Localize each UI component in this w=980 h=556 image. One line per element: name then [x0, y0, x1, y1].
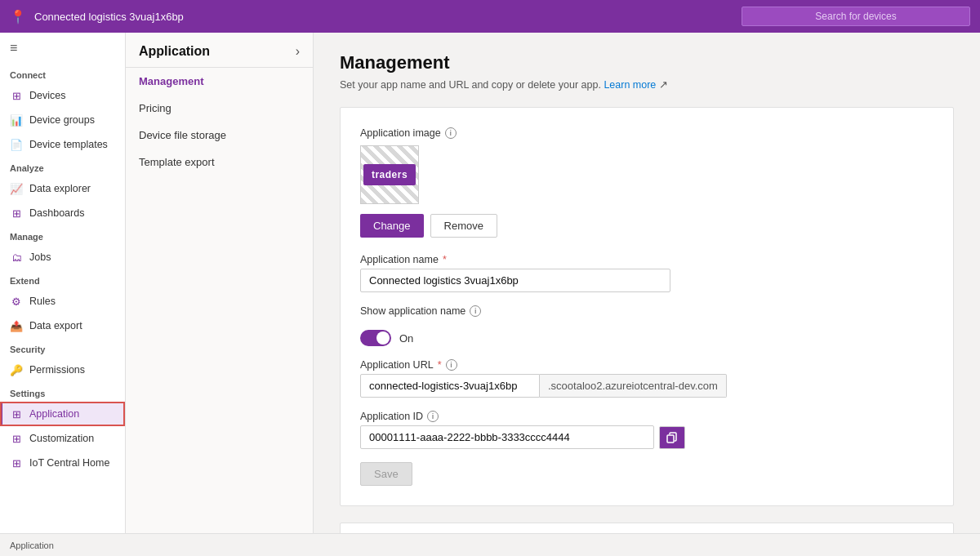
devices-icon: ⊞: [10, 89, 23, 102]
sidebar-section-extend: Extend: [0, 269, 125, 289]
copy-app-id-button[interactable]: [659, 426, 685, 449]
sidebar-item-label: Permissions: [29, 364, 85, 376]
app-name-group: Application name *: [360, 254, 933, 292]
appid-row: [360, 425, 850, 449]
bottom-bar-label: Application: [10, 540, 54, 550]
jobs-icon: 🗂: [10, 251, 23, 264]
sidebar-item-label: Jobs: [29, 251, 51, 263]
sidebar-item-label: IoT Central Home: [29, 457, 109, 469]
main-layout: ≡ Connect ⊞ Devices 📊 Device groups 📄 De…: [0, 33, 980, 533]
app-id-label: Application ID i: [360, 411, 933, 422]
sidebar-item-label: Application: [29, 408, 79, 420]
sidebar-item-jobs[interactable]: 🗂 Jobs: [0, 245, 125, 269]
app-image-info-icon: i: [445, 127, 457, 139]
sidebar-item-device-groups[interactable]: 📊 Device groups: [0, 108, 125, 132]
customization-icon: ⊞: [10, 432, 23, 445]
app-image-group: Application image i traders Change Remov…: [360, 127, 933, 238]
mid-panel-title: Application: [139, 44, 210, 59]
app-url-info-icon: i: [446, 359, 457, 371]
mid-panel-item-device-file-storage[interactable]: Device file storage: [126, 122, 313, 149]
url-suffix: .scootaloo2.azureiotcentral-dev.com: [540, 374, 727, 398]
toggle-row: On: [360, 330, 933, 346]
save-button[interactable]: Save: [360, 462, 412, 486]
sidebar: ≡ Connect ⊞ Devices 📊 Device groups 📄 De…: [0, 33, 126, 533]
sidebar-section-connect: Connect: [0, 64, 125, 83]
sidebar-item-label: Device templates: [29, 139, 108, 150]
app-id-group: Application ID i: [360, 411, 933, 449]
sidebar-item-device-templates[interactable]: 📄 Device templates: [0, 132, 125, 157]
sidebar-item-dashboards[interactable]: ⊞ Dashboards: [0, 201, 125, 225]
device-templates-icon: 📄: [10, 138, 23, 151]
mid-panel-close-button[interactable]: ›: [296, 44, 300, 59]
show-app-name-group: Show application name i: [360, 305, 933, 317]
mid-panel: Application › Management Pricing Device …: [126, 33, 314, 533]
app-url-input[interactable]: [360, 374, 540, 398]
sidebar-item-label: Devices: [29, 90, 65, 101]
mid-panel-header: Application ›: [126, 33, 313, 68]
mid-panel-item-pricing[interactable]: Pricing: [126, 95, 313, 122]
mid-panel-item-template-export[interactable]: Template export: [126, 149, 313, 176]
sidebar-item-customization[interactable]: ⊞ Customization: [0, 426, 125, 451]
sidebar-item-permissions[interactable]: 🔑 Permissions: [0, 358, 125, 382]
app-name-input[interactable]: [360, 269, 670, 292]
search-bar[interactable]: Search for devices: [742, 7, 970, 26]
content-area: Management Set your app name and URL and…: [314, 33, 980, 533]
app-name-label: Connected logistics 3vuaj1x6bp: [34, 11, 184, 23]
traders-logo: traders: [363, 164, 416, 185]
sidebar-section-security: Security: [0, 338, 125, 358]
content-inner: Management Set your app name and URL and…: [314, 33, 980, 533]
show-app-name-toggle[interactable]: [360, 330, 391, 346]
data-export-icon: 📤: [10, 319, 23, 332]
sidebar-item-label: Customization: [29, 433, 94, 444]
sidebar-item-label: Device groups: [29, 114, 95, 126]
learn-more-link[interactable]: Learn more: [604, 79, 656, 91]
hamburger-icon[interactable]: ≡: [0, 33, 125, 64]
change-image-button[interactable]: Change: [360, 214, 424, 238]
url-row: .scootaloo2.azureiotcentral-dev.com: [360, 374, 850, 398]
sidebar-item-data-export[interactable]: 📤 Data export: [0, 314, 125, 338]
dashboards-icon: ⊞: [10, 207, 23, 220]
device-groups-icon: 📊: [10, 113, 23, 127]
sidebar-item-devices[interactable]: ⊞ Devices: [0, 83, 125, 108]
data-explorer-icon: 📈: [10, 182, 23, 195]
app-url-group: Application URL * i .scootaloo2.azureiot…: [360, 359, 933, 398]
app-image-label: Application image i: [360, 127, 933, 139]
page-subtitle: Set your app name and URL and copy or de…: [340, 78, 954, 91]
show-app-name-label: Show application name i: [360, 305, 481, 317]
sidebar-item-rules[interactable]: ⚙ Rules: [0, 289, 125, 314]
location-icon: 📍: [10, 9, 26, 24]
sidebar-item-label: Data explorer: [29, 183, 91, 194]
topbar: 📍 Connected logistics 3vuaj1x6bp Search …: [0, 0, 980, 33]
permissions-icon: 🔑: [10, 363, 23, 376]
sidebar-item-application[interactable]: ⊞ Application: [0, 402, 125, 426]
toggle-knob: [376, 331, 390, 345]
sidebar-item-data-explorer[interactable]: 📈 Data explorer: [0, 176, 125, 201]
sidebar-section-settings: Settings: [0, 382, 125, 402]
app-name-label: Application name *: [360, 254, 933, 265]
toggle-on-label: On: [399, 332, 413, 345]
copy-icon: [666, 432, 678, 443]
page-title: Management: [340, 52, 954, 73]
app-image-preview: traders: [360, 145, 419, 204]
copy-application-card: Copy application i Create a copy of this…: [340, 523, 954, 533]
app-url-label: Application URL * i: [360, 359, 933, 371]
image-button-row: Change Remove: [360, 214, 933, 238]
sidebar-item-label: Dashboards: [29, 207, 84, 219]
svg-rect-0: [667, 435, 674, 443]
show-app-name-info-icon: i: [470, 305, 481, 317]
mid-panel-item-management[interactable]: Management: [126, 68, 313, 95]
management-card: Application image i traders Change Remov…: [340, 107, 954, 506]
bottom-bar: Application: [0, 533, 980, 556]
rules-icon: ⚙: [10, 295, 23, 308]
sidebar-section-manage: Manage: [0, 225, 125, 245]
app-id-input: [360, 425, 654, 449]
iot-home-icon: ⊞: [10, 456, 23, 469]
remove-image-button[interactable]: Remove: [430, 214, 497, 238]
app-id-info-icon: i: [427, 411, 439, 422]
sidebar-item-label: Rules: [29, 296, 56, 307]
sidebar-item-label: Data export: [29, 320, 82, 331]
sidebar-section-analyze: Analyze: [0, 157, 125, 176]
sidebar-item-iot-central-home[interactable]: ⊞ IoT Central Home: [0, 451, 125, 475]
application-icon: ⊞: [10, 407, 23, 420]
